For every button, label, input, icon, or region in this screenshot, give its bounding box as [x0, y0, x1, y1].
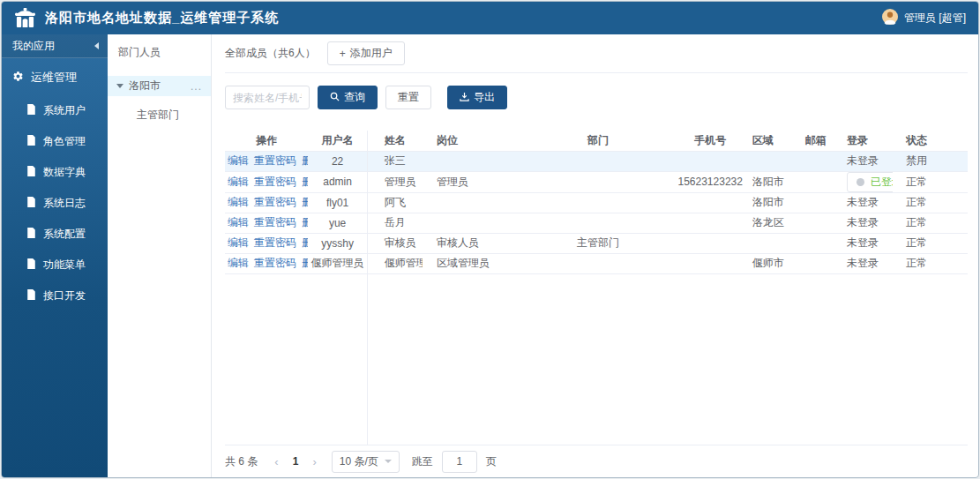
cell-position: [423, 192, 519, 213]
sidebar-item-3[interactable]: 系统日志: [2, 188, 108, 219]
collapse-sidebar-icon[interactable]: [94, 42, 99, 49]
sidebar-item-label: 系统配置: [43, 227, 86, 242]
login-status-text: 已登录: [871, 175, 893, 190]
cell-department: [519, 213, 677, 233]
logged-in-badge[interactable]: 已登录: [847, 172, 893, 192]
status-dot-icon: [857, 178, 864, 186]
members-count-label: 全部成员（共6人）: [225, 46, 316, 61]
current-page[interactable]: 1: [288, 455, 303, 468]
document-icon: [26, 228, 36, 241]
table-row: 编辑重置密码删除admin管理员管理员15623123232洛阳市已登录正常: [225, 171, 968, 192]
sidebar: 我的应用 运维管理 系统用户角色管理数据字典系统日志系统配置功能菜单接口开发: [2, 34, 108, 477]
tree-node-label: 洛阳市: [129, 79, 161, 94]
cell-actions: 编辑重置密码删除: [225, 151, 308, 171]
sidebar-item-0[interactable]: 系统用户: [2, 95, 108, 126]
reset-button[interactable]: 重置: [385, 86, 431, 109]
cell-name: 偃师管理员: [367, 253, 423, 273]
tree-node-luoyang[interactable]: 洛阳市 ...: [108, 76, 211, 96]
cell-status: 禁用: [893, 151, 968, 171]
cell-position: 审核人员: [423, 233, 519, 253]
delete-link[interactable]: 删除: [302, 154, 308, 167]
delete-link[interactable]: 删除: [302, 216, 308, 228]
edit-link[interactable]: 编辑: [228, 196, 249, 208]
search-input[interactable]: [225, 86, 310, 109]
document-icon: [26, 258, 36, 272]
delete-link[interactable]: 删除: [302, 176, 308, 188]
export-button[interactable]: 导出: [447, 86, 507, 109]
cell-email: [796, 233, 831, 253]
next-page-button[interactable]: ›: [308, 455, 320, 468]
user-avatar: [882, 9, 898, 27]
search-icon: [330, 92, 340, 104]
app-logo-gate-icon: [14, 8, 36, 28]
column-header-position: 岗位: [423, 131, 519, 151]
dept-panel-title: 部门人员: [108, 43, 211, 60]
column-header-status: 状态: [893, 131, 968, 151]
edit-link[interactable]: 编辑: [228, 236, 249, 249]
cell-login: 已登录: [831, 171, 893, 192]
reset-password-link[interactable]: 重置密码: [254, 154, 296, 167]
cell-actions: 编辑重置密码删除: [225, 233, 308, 253]
user-name: 管理员 [超管]: [904, 11, 966, 26]
cell-department: [519, 192, 677, 213]
add-user-button[interactable]: + 添加用户: [327, 41, 405, 65]
cell-region: [744, 233, 797, 253]
sidebar-item-4[interactable]: 系统配置: [2, 219, 108, 250]
tree-expand-icon[interactable]: [116, 84, 123, 88]
column-header-department: 部门: [519, 131, 677, 151]
sidebar-item-label: 系统日志: [43, 196, 86, 211]
chevron-down-icon: [385, 460, 392, 463]
query-button[interactable]: 查询: [318, 86, 378, 109]
cell-phone: [677, 253, 744, 273]
edit-link[interactable]: 编辑: [228, 154, 249, 167]
delete-link[interactable]: 删除: [302, 236, 308, 249]
export-icon: [460, 92, 469, 104]
jump-page-input[interactable]: [442, 451, 477, 473]
cell-actions: 编辑重置密码删除: [225, 213, 308, 233]
edit-link[interactable]: 编辑: [228, 176, 249, 188]
delete-link[interactable]: 删除: [302, 257, 308, 269]
tree-node-dept[interactable]: 主管部门: [108, 105, 211, 124]
reset-password-link[interactable]: 重置密码: [254, 196, 296, 208]
cell-position: [423, 151, 519, 171]
sidebar-item-1[interactable]: 角色管理: [2, 126, 108, 157]
page-title: 洛阳市地名地址数据_运维管理子系统: [45, 10, 279, 26]
sidebar-apps-header[interactable]: 我的应用: [2, 34, 108, 58]
prev-page-button[interactable]: ‹: [270, 455, 282, 468]
table-row: 编辑重置密码删除yysshy审核员审核人员主管部门未登录正常: [225, 233, 968, 253]
page-size-select[interactable]: 10 条/页: [332, 451, 400, 473]
edit-link[interactable]: 编辑: [228, 257, 249, 269]
reset-password-link[interactable]: 重置密码: [254, 236, 296, 249]
cell-email: [796, 151, 831, 171]
total-count-label: 共 6 条: [225, 454, 258, 469]
edit-link[interactable]: 编辑: [228, 216, 249, 228]
sidebar-group-ops[interactable]: 运维管理: [2, 58, 108, 95]
cell-status: 正常: [893, 233, 968, 253]
cell-username: admin: [308, 171, 367, 192]
main-content: 全部成员（共6人） + 添加用户 查询 重置: [212, 34, 978, 477]
cell-position: 管理员: [423, 171, 519, 192]
column-header-login: 登录: [831, 131, 893, 151]
user-menu[interactable]: 管理员 [超管]: [882, 9, 966, 27]
cell-email: [796, 253, 831, 273]
cell-department: [519, 151, 677, 171]
cell-name: 审核员: [367, 233, 423, 253]
tree-more-button[interactable]: ...: [191, 80, 202, 93]
users-table: 操作用户名姓名岗位部门手机号区域邮箱登录状态 编辑重置密码删除22张三未登录禁用…: [225, 131, 968, 274]
reset-password-link[interactable]: 重置密码: [254, 257, 296, 269]
reset-password-link[interactable]: 重置密码: [254, 216, 296, 228]
sidebar-item-label: 系统用户: [43, 103, 86, 118]
delete-link[interactable]: 删除: [302, 196, 308, 208]
reset-password-link[interactable]: 重置密码: [254, 176, 296, 188]
document-icon: [26, 289, 36, 303]
cell-phone: [677, 213, 744, 233]
table-row: 编辑重置密码删除yue岳月洛龙区未登录正常: [225, 213, 968, 233]
cell-username: fly01: [308, 192, 367, 213]
cell-phone: [677, 151, 744, 171]
sidebar-item-2[interactable]: 数据字典: [2, 157, 108, 188]
column-header-name: 姓名: [367, 131, 423, 151]
cell-actions: 编辑重置密码删除: [225, 192, 308, 213]
sidebar-item-6[interactable]: 接口开发: [2, 281, 108, 311]
page-size-label: 10 条/页: [340, 454, 378, 469]
sidebar-item-5[interactable]: 功能菜单: [2, 250, 108, 281]
